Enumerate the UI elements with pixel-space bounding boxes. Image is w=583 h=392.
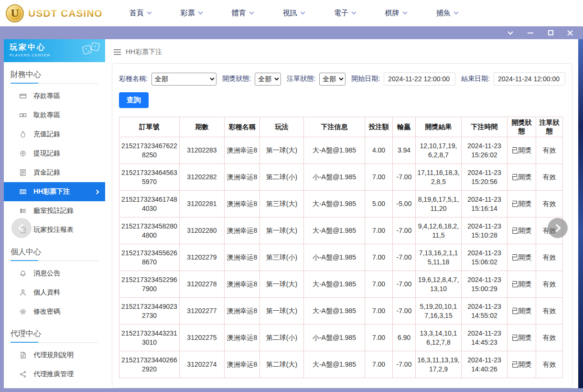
table-cell: 大-A盤@1.985 (304, 137, 365, 164)
hamburger-icon[interactable] (114, 49, 121, 55)
sidebar: 玩家中心 PLAYERS CENTER 財務中心存款專區取款專區充值記錄提現記錄… (4, 39, 105, 388)
query-button[interactable]: 查詢 (119, 92, 149, 108)
minimize-button[interactable] (527, 29, 534, 37)
sidebar-item[interactable]: 代理推廣管理 (4, 365, 105, 384)
table-cell: 第一球(大) (260, 271, 304, 298)
table-cell: 7.00 (365, 218, 393, 244)
sidebar-item[interactable]: 資金記錄 (4, 163, 105, 182)
table-cell: 31202282 (180, 164, 225, 191)
table-row: 215217323461748403031202281澳洲幸运8第三球(大)大-… (119, 191, 563, 218)
table-cell: 9,4,12,6,18,2,11,5 (416, 218, 462, 244)
table-cell: 2024-11-23 14:40:26 (462, 351, 507, 378)
sidebar-item-label: 代理推廣管理 (33, 370, 74, 379)
sidebar-item-label: 代理規則說明 (33, 351, 74, 359)
carousel-right-button[interactable] (548, 218, 568, 238)
table-cell: 大-A盤@1.985 (304, 218, 365, 244)
table-cell: 7.00 (365, 351, 393, 378)
table-cell: 7.00 (365, 244, 393, 271)
window-chevron-icon[interactable] (507, 29, 514, 37)
sidebar-item-label: 修改密碼 (33, 307, 60, 316)
nav-item-label: 彩票 (181, 9, 195, 18)
sidebar-item[interactable]: 存款專區 (4, 87, 105, 106)
end-date-input[interactable] (494, 72, 565, 86)
orders-table: 訂單號期數彩種名稱玩法下注信息投注額輸贏開獎結果下注時間開獎狀態注單狀態2152… (119, 117, 563, 378)
table-cell: 有效 (536, 271, 563, 298)
table-cell: 澳洲幸运8 (225, 298, 260, 325)
table-cell: 31202277 (180, 298, 225, 325)
table-cell: 31202281 (180, 191, 225, 218)
table-cell: 2024-11-23 15:20:56 (462, 164, 507, 191)
table-cell: 大-A盤@1.985 (304, 191, 365, 218)
sidebar-item-label: 提現記錄 (33, 149, 60, 158)
table-cell: 第一球(大) (260, 298, 304, 325)
sidebar-item-label: 消息公告 (33, 269, 60, 278)
sidebar-item[interactable]: 充值記錄 (4, 125, 105, 144)
close-button[interactable] (567, 30, 573, 36)
table-cell: -7.00 (393, 298, 416, 325)
maximize-button[interactable] (547, 29, 554, 37)
column-header: 開獎狀態 (507, 117, 536, 137)
lottery-select[interactable]: 全部 (151, 73, 216, 86)
lottery-icon (19, 188, 27, 196)
nav-menu: 首頁彩票體育視訊電子棋牌捕魚 (130, 9, 458, 18)
sidebar-item[interactable]: 取款專區 (4, 106, 105, 125)
table-cell: 有效 (536, 325, 563, 351)
table-cell: 已開獎 (507, 218, 536, 244)
nav-item-3[interactable]: 體育 (232, 9, 253, 18)
main-content: HH彩票下注 彩種名稱:全部開獎狀態:全部注單狀態:全部開始日期:結束日期: 查… (105, 39, 578, 388)
nav-item-7[interactable]: 捕魚 (436, 9, 458, 18)
sidebar-item[interactable]: 廳室投註記錄 (4, 201, 105, 220)
sidebar-item-label: 個人資料 (33, 288, 60, 297)
table-cell: 2024-11-23 15:16:14 (462, 191, 507, 218)
nav-item-6[interactable]: 棋牌 (385, 9, 407, 18)
draw-status-select[interactable]: 全部 (255, 73, 281, 86)
nav-item-label: 棋牌 (385, 9, 399, 18)
sidebar-item[interactable]: HH彩票下注 (4, 182, 105, 201)
chevron-down-icon (351, 10, 356, 15)
table-cell: 31202278 (180, 271, 225, 298)
logo[interactable]: U USDT CASINO (6, 4, 103, 22)
table-row: 215217323458280480031202280澳洲幸运8第一球(大)大-… (119, 218, 563, 244)
table-cell: 17,11,16,18,3,2,8,5 (416, 164, 462, 191)
sidebar-item[interactable]: 修改密碼 (4, 302, 105, 321)
nav-item-2[interactable]: 彩票 (181, 9, 202, 18)
sidebar-item-label: 資金記錄 (33, 168, 60, 177)
table-cell: 7.00 (365, 164, 393, 191)
table-cell: 第一球(大) (260, 218, 304, 244)
sidebar-item-label: 存款專區 (33, 92, 60, 100)
table-cell: 澳洲幸运8 (225, 137, 260, 164)
gear-icon (19, 308, 27, 316)
filter-label: 注單狀態: (287, 75, 315, 83)
sidebar-item[interactable]: 代理規則說明 (4, 346, 105, 365)
table-cell: 2024-11-23 14:45:23 (462, 325, 507, 351)
table-cell: 4.00 (365, 137, 393, 164)
table-cell: 6.90 (393, 325, 416, 351)
nav-item-1[interactable]: 首頁 (130, 9, 151, 18)
table-cell: 小-A盤@1.985 (304, 244, 365, 271)
start-date-input[interactable] (384, 72, 455, 86)
sidebar-item[interactable]: 個人資料 (4, 283, 105, 302)
order-status-select[interactable]: 全部 (319, 73, 345, 86)
table-cell: 3.94 (393, 137, 416, 164)
app-frame: 玩家中心 PLAYERS CENTER 財務中心存款專區取款專區充值記錄提現記錄… (0, 39, 583, 392)
table-cell: 澳洲幸运8 (225, 191, 260, 218)
table-cell: 有效 (536, 298, 563, 325)
sidebar-item[interactable]: 消息公告 (4, 264, 105, 283)
table-cell: 大-A盤@1.985 (304, 351, 365, 378)
sidebar-item[interactable]: 提現記錄 (4, 144, 105, 163)
nav-item-4[interactable]: 視訊 (283, 9, 304, 18)
nav-item-5[interactable]: 電子 (334, 9, 356, 18)
carousel-left-button[interactable] (11, 218, 32, 238)
table-cell: 澳洲幸运8 (225, 271, 260, 298)
chevron-left-icon (19, 224, 27, 232)
background-image-strip (578, 39, 583, 388)
chevron-down-icon (300, 10, 305, 15)
bell-icon (19, 270, 27, 277)
table-header-row: 訂單號期數彩種名稱玩法下注信息投注額輸贏開獎結果下注時間開獎狀態注單狀態 (119, 117, 563, 137)
table-cell: 2024-11-23 15:26:02 (462, 137, 507, 164)
table-cell: -7.00 (393, 271, 416, 298)
nav-item-label: 首頁 (130, 9, 144, 18)
content-panel: 彩種名稱:全部開獎狀態:全部注單狀態:全部開始日期:結束日期: 查詢 訂單號期數… (112, 63, 572, 388)
table-cell: 澳洲幸运8 (225, 164, 260, 191)
table-cell: 已開獎 (507, 164, 536, 191)
